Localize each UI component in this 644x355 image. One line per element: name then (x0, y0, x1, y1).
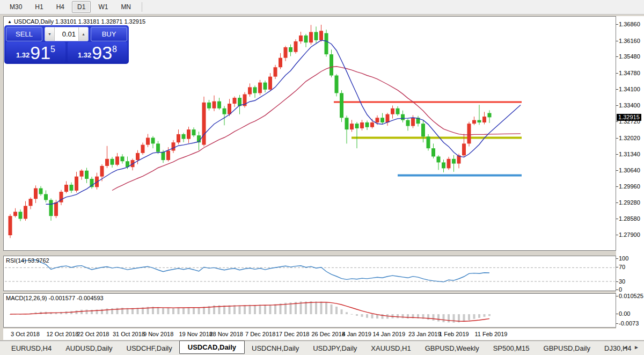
tab-usdcnh-daily[interactable]: USDCNH,Daily (245, 342, 306, 354)
tab-eurusd-h4[interactable]: EURUSD,H4 (4, 342, 58, 354)
macd-histogram-bar (443, 314, 445, 322)
candle-body (314, 32, 318, 40)
rsi-axis-tick (616, 281, 618, 282)
tab-xauusd-h1[interactable]: XAUUSD,H1 (364, 342, 418, 354)
rsi-axis-label: 100 (619, 255, 628, 262)
candle-body (166, 151, 170, 161)
price-axis-label: 1.36860 (619, 21, 640, 27)
macd-histogram-bar (239, 306, 241, 314)
macd-histogram-bar (473, 314, 475, 319)
rsi-indicator-panel[interactable] (3, 256, 616, 291)
tab-usdcad-daily[interactable]: USDCAD,Daily (179, 340, 245, 354)
candle-body (472, 120, 476, 124)
macd-histogram-bar (76, 310, 78, 314)
buy-button[interactable]: BUY (91, 27, 127, 41)
candle-body (177, 134, 180, 142)
price-axis-label: 1.29960 (619, 183, 640, 190)
candle-body (421, 124, 425, 136)
rsi-axis-tick (616, 289, 618, 290)
price-axis-tick (616, 121, 618, 122)
buy-price-display[interactable]: 1.32 93 8 (68, 42, 127, 62)
timeframe-button-mn[interactable]: MN (115, 1, 136, 13)
macd-histogram-bar (335, 307, 338, 314)
macd-axis-label: -0.0073 (619, 320, 639, 327)
macd-histogram-bar (280, 303, 282, 314)
macd-histogram-bar (484, 314, 486, 317)
date-axis-label: 9 Nov 2018 (143, 331, 173, 337)
volume-decrease-button[interactable]: ▼ (45, 27, 55, 41)
date-axis-label: 4 Jan 2019 (342, 331, 371, 337)
macd-histogram-bar (325, 302, 327, 314)
candle-body (294, 41, 298, 52)
price-axis-tick (616, 56, 618, 57)
candle-body (24, 206, 27, 219)
candle-body (75, 177, 78, 191)
macd-histogram-bar (106, 308, 108, 314)
price-axis-tick (616, 186, 618, 187)
candle-body (304, 35, 308, 42)
macd-histogram-bar (356, 314, 358, 316)
tab-audusd-daily[interactable]: AUDUSD,Daily (58, 342, 119, 354)
macd-histogram-bar (453, 314, 455, 323)
price-axis-tick (616, 41, 618, 41)
tab-gbpusd-weekly[interactable]: GBPUSD,Weekly (418, 342, 486, 354)
candle-body (462, 143, 466, 155)
candle-body (325, 33, 328, 54)
macd-histogram-bar (182, 308, 185, 314)
timeframe-button-d1[interactable]: D1 (72, 1, 91, 13)
macd-histogram-bar (244, 305, 246, 314)
sell-button[interactable]: SELL (6, 27, 42, 41)
macd-histogram-bar (366, 314, 368, 318)
timeframe-button-h4[interactable]: H4 (51, 1, 70, 13)
macd-histogram-bar (86, 309, 88, 314)
candle-body (213, 102, 216, 108)
candle-body (345, 118, 349, 129)
price-axis-tick (616, 219, 618, 219)
macd-histogram-bar (320, 301, 323, 314)
macd-histogram-bar (478, 314, 480, 318)
toolbar-separator (142, 2, 142, 12)
tab-scroll-arrows[interactable]: ◄ ► (623, 344, 641, 350)
macd-histogram-bar (167, 308, 170, 314)
tab-usdjpy-daily[interactable]: USDJPY,Daily (306, 342, 364, 354)
candle-body (431, 148, 435, 156)
candle-body (478, 120, 481, 122)
chart-ohlc-values: 1.33101 1.33181 1.32871 1.32915 (55, 18, 145, 25)
timeframe-button-m30[interactable]: M30 (4, 1, 27, 13)
rsi-axis-tick (616, 267, 618, 267)
candle-body (340, 93, 343, 118)
candle-body (467, 124, 471, 143)
tab-gbpusd-daily[interactable]: GBPUSD,Daily (537, 342, 597, 354)
price-axis-tick (616, 105, 618, 106)
sell-price-display[interactable]: 1.32 91 5 (6, 42, 65, 62)
date-axis-label: 31 Oct 2018 (113, 331, 145, 337)
candle-body (406, 120, 410, 126)
macd-histogram-bar (407, 314, 409, 318)
ma-fast-line (46, 40, 521, 204)
candle-body (111, 159, 114, 165)
price-axis-tick (616, 24, 618, 25)
volume-increase-button[interactable]: ▲ (78, 27, 88, 41)
macd-histogram-bar (448, 314, 450, 322)
candle-body (202, 103, 206, 145)
tab-usdchf-daily[interactable]: USDCHF,Daily (120, 342, 179, 354)
sell-price-prefix: 1.32 (16, 51, 30, 59)
timeframe-button-w1[interactable]: W1 (93, 1, 113, 13)
candle-body (447, 159, 451, 169)
price-axis-tick (616, 235, 618, 235)
tab-sp500-m15[interactable]: SP500,M15 (486, 342, 537, 354)
candle-body (253, 87, 257, 93)
candle-body (115, 156, 119, 164)
macd-histogram-bar (264, 305, 266, 314)
date-axis-label: 1 Feb 2019 (439, 331, 469, 337)
candle-body (151, 137, 155, 143)
volume-value[interactable]: 0.01 (55, 27, 78, 41)
macd-histogram-bar (178, 308, 180, 314)
collapse-trade-panel-icon[interactable]: ▲ (8, 19, 12, 24)
candle-body (146, 137, 150, 144)
timeframe-button-h1[interactable]: H1 (30, 1, 48, 13)
candle-body (192, 129, 196, 135)
candle-body (34, 189, 38, 199)
candle-body (401, 114, 405, 120)
macd-histogram-bar (229, 306, 231, 314)
